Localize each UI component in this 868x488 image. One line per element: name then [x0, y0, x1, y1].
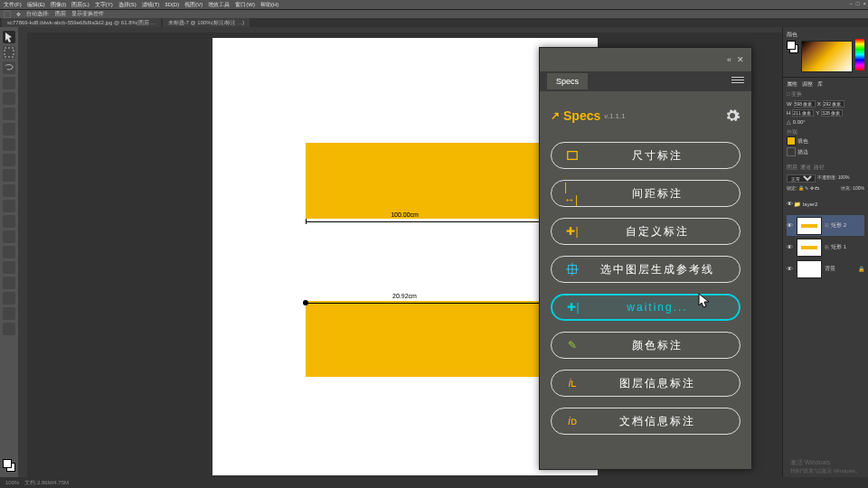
tool-heal[interactable]	[3, 123, 15, 136]
fill-label2: 填充: 100%	[841, 185, 864, 191]
specs-logo-icon: ↗	[551, 109, 560, 122]
hamburger-icon[interactable]	[731, 77, 744, 86]
window-min[interactable]: –	[850, 1, 853, 6]
fgbg-mini[interactable]	[787, 41, 798, 53]
prop-x[interactable]	[823, 100, 844, 108]
tool-type[interactable]	[3, 261, 15, 274]
dim-label-2: 20.92cm	[392, 293, 417, 299]
window-restore[interactable]: □	[856, 1, 860, 6]
menu-bar: 文件(F) 编辑(E) 图像(I) 图层(L) 文字(Y) 选择(S) 滤镜(T…	[0, 0, 868, 9]
tool-hand[interactable]	[3, 307, 15, 320]
windows-watermark: 激活 Windows 转到"设置"以激活 Windows。	[790, 458, 861, 475]
tool-stamp[interactable]	[3, 154, 15, 166]
tool-brush[interactable]	[3, 138, 15, 151]
color-field[interactable]	[801, 41, 853, 72]
options-bar: ✥ 自动选择: 图层 显示变换控件	[0, 9, 868, 18]
doc-tab-1[interactable]: sc77869-kd8.tblwk-abcb-559e68d9a3d2.jpg …	[2, 18, 161, 28]
right-panels: 颜色 属性 调整 库 □ 变换 WX HY △ 0.00° 外观 填色 描边 图…	[782, 27, 868, 477]
tool-wand[interactable]	[3, 77, 15, 89]
menu-help[interactable]: 帮助(H)	[260, 1, 278, 9]
color-panel: 颜色	[783, 27, 868, 77]
tool-pen[interactable]	[3, 246, 15, 258]
menu-edit[interactable]: 编辑(E)	[27, 1, 45, 9]
tool-rect[interactable]	[3, 292, 15, 305]
prop-h[interactable]	[792, 109, 814, 117]
layers-tab[interactable]: 图层	[787, 164, 797, 172]
gear-icon[interactable]	[724, 108, 741, 124]
opacity-label: 不透明度: 100%	[817, 174, 850, 183]
btn-size-annot[interactable]: 尺寸标注	[551, 142, 741, 169]
tool-lasso[interactable]	[3, 61, 15, 74]
btn-layer-info[interactable]: iʟ图层信息标注	[551, 370, 741, 397]
btn-guide-gen[interactable]: 选中图层生成参考线	[551, 256, 741, 283]
tool-path[interactable]	[3, 277, 15, 289]
tool-marquee[interactable]	[3, 46, 15, 59]
paths-tab[interactable]: 路径	[814, 164, 825, 172]
status-bar: 100% 文档:2.86M/4.75M	[0, 477, 868, 488]
tool-history[interactable]	[3, 169, 15, 182]
btn-waiting[interactable]: ✚|waiting...	[551, 294, 741, 321]
window-close[interactable]: ×	[863, 1, 866, 6]
menu-layer[interactable]: 图层(L)	[71, 1, 89, 9]
specs-version: v.1.1.1	[604, 112, 625, 120]
shape-rect-1[interactable]	[306, 143, 564, 219]
doc-tab-2[interactable]: 未标题-7 @ 100%(标注/标注 ...)	[163, 18, 250, 28]
layer-rect2[interactable]: 👁⛓矩形 2	[787, 215, 864, 236]
specs-close-icon[interactable]: ✕	[737, 55, 744, 64]
prop-tab[interactable]: 属性	[787, 81, 797, 87]
home-icon[interactable]	[4, 11, 11, 18]
menu-file[interactable]: 文件(F)	[4, 1, 22, 9]
layer-rect1[interactable]: 👁⛓矩形 1	[787, 237, 864, 258]
channels-tab[interactable]: 通道	[800, 164, 811, 172]
menu-filter[interactable]: 滤镜(T)	[142, 1, 160, 9]
tool-eyedrop[interactable]	[3, 108, 15, 120]
adj-tab[interactable]: 调整	[802, 81, 813, 87]
btn-spacing-annot[interactable]: |↔|间距标注	[551, 180, 741, 207]
dim-label-1: 100.00cm	[391, 211, 419, 218]
window-controls: – □ ×	[850, 1, 866, 6]
ruler-vertical	[18, 27, 27, 477]
properties-panel: 属性 调整 库 □ 变换 WX HY △ 0.00° 外观 填色 描边	[783, 77, 868, 161]
blend-mode[interactable]: 正常	[787, 174, 816, 183]
btn-doc-info[interactable]: iᴅ文档信息标注	[551, 408, 741, 435]
menu-3d[interactable]: 3D(D)	[165, 2, 179, 7]
lib-tab[interactable]: 库	[817, 81, 823, 87]
tool-crop[interactable]	[3, 92, 15, 105]
move-tool-icon: ✥	[16, 11, 21, 17]
specs-title: Specs	[563, 108, 600, 123]
color-swatches[interactable]	[3, 459, 15, 472]
tool-move[interactable]	[3, 31, 15, 43]
tool-gradient[interactable]	[3, 200, 15, 212]
btn-color-annot[interactable]: ✎颜色标注	[551, 332, 741, 359]
shape-rect-2[interactable]	[306, 301, 564, 377]
menu-image[interactable]: 图像(I)	[51, 1, 67, 9]
status-doc: 文档:2.86M/4.75M	[24, 479, 69, 487]
prop-y[interactable]	[821, 109, 843, 117]
hue-strip[interactable]	[855, 39, 864, 70]
fill-swatch[interactable]	[787, 136, 796, 145]
tool-zoom[interactable]	[3, 323, 15, 335]
ruler-horizontal	[27, 27, 782, 33]
layer-group[interactable]: 👁📁layer2	[787, 193, 864, 214]
menu-plugin[interactable]: 增效工具	[208, 1, 230, 9]
btn-custom-annot[interactable]: ✚|自定义标注	[551, 218, 741, 245]
tool-dodge[interactable]	[3, 230, 15, 243]
prop-w[interactable]	[794, 100, 816, 108]
appearance-hd: 外观	[787, 128, 864, 136]
specs-panel: « ✕ Specs ↗Specs v.1.1.1 尺寸标注 |↔|间距标注 ✚|…	[539, 47, 752, 470]
svg-rect-0	[5, 48, 14, 57]
tool-blur[interactable]	[3, 215, 15, 228]
layer-bg[interactable]: 👁背景🔒	[787, 258, 864, 279]
specs-collapse-icon[interactable]: «	[727, 55, 731, 64]
menu-type[interactable]: 文字(Y)	[95, 1, 113, 9]
status-zoom[interactable]: 100%	[5, 480, 19, 485]
menu-window[interactable]: 窗口(W)	[235, 1, 255, 9]
menu-view[interactable]: 视图(V)	[184, 1, 203, 9]
svg-rect-1	[568, 152, 578, 160]
menu-select[interactable]: 选择(S)	[118, 1, 137, 9]
fill-label: 填色	[797, 137, 808, 145]
doc-tabs: sc77869-kd8.tblwk-abcb-559e68d9a3d2.jpg …	[0, 18, 868, 27]
tool-eraser[interactable]	[3, 184, 15, 197]
specs-tab[interactable]: Specs	[547, 73, 588, 89]
color-tab[interactable]: 颜色	[787, 31, 864, 39]
